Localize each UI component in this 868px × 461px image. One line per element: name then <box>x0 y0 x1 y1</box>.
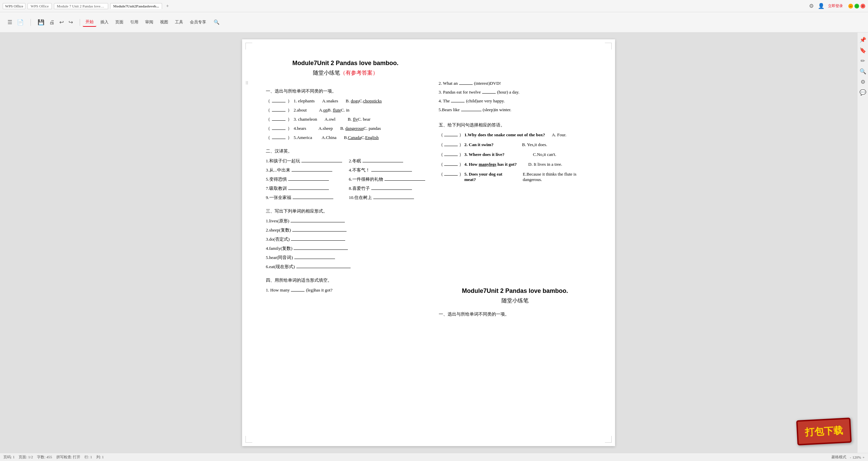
pages-status: 页面: 1/2 <box>19 455 33 460</box>
sidebar-tool-2[interactable]: 🔖 <box>859 46 867 54</box>
top-right-controls: ⚙ 👤 立即登录 ─ □ × <box>808 2 865 10</box>
sidebar-tool-3[interactable]: ✏ <box>860 57 866 65</box>
corner-mark-br <box>605 436 612 443</box>
trans-8: 8.喜爱竹子 <box>349 185 425 192</box>
top-bar: WPS Office WPS Office Module 7 Unit 2 Pa… <box>0 0 868 12</box>
layout-mode: 菱格模式 <box>831 455 846 460</box>
zoom-out-button[interactable]: - <box>850 455 851 459</box>
fill-2: 2. What an (interest)DVD! <box>439 80 592 86</box>
section2-title: 二、汉译英。 <box>266 148 425 154</box>
quick-access-toolbar: 💾 🖨 ↩ ↪ <box>34 18 77 26</box>
zoom-level: 120% <box>852 455 861 459</box>
page-status: 页码: 1 <box>3 455 15 460</box>
trans-2: 2.冬眠 <box>349 158 425 164</box>
section5-title: 五、给下列问句选择相应的答语。 <box>439 122 592 128</box>
undo-icon[interactable]: ↩ <box>58 18 65 26</box>
print-icon[interactable]: 🖨 <box>48 19 56 26</box>
new-tab-button[interactable]: + <box>164 3 171 9</box>
corner-mark-tl <box>245 43 252 49</box>
sidebar-tool-5[interactable]: ⚙ <box>860 78 866 86</box>
tab-view[interactable]: 视图 <box>157 18 171 26</box>
tab-wps[interactable]: WPS Office <box>27 3 52 9</box>
corner-mark-tr <box>605 43 612 49</box>
wf-2: 2.sheep(复数) <box>266 227 425 233</box>
tab-reference[interactable]: 引用 <box>127 18 141 26</box>
corner-mark-bl <box>245 436 252 443</box>
trans-1: 1.和孩子们一起玩 <box>266 158 342 164</box>
file-icon[interactable]: 📄 <box>16 18 25 26</box>
ribbon-toolbar: ☰ 📄 💾 🖨 ↩ ↪ 开始 插入 页面 引用 审阅 视图 工具 会员专享 🔍 <box>0 12 868 33</box>
section1-title: 一、选出与所给单词不同类的一项。 <box>266 88 425 94</box>
tab-insert[interactable]: 插入 <box>98 18 111 26</box>
line-status: 行: 1 <box>84 455 92 460</box>
redo-icon[interactable]: ↪ <box>67 18 74 26</box>
save-icon[interactable]: 💾 <box>36 18 46 26</box>
settings-icon[interactable]: ⚙ <box>808 2 814 10</box>
content-area: ⁞⁞ Module7Unit 2 Pandas love bamboo. 随堂小… <box>0 33 857 453</box>
user-icon[interactable]: 👤 <box>817 2 825 10</box>
q1-2: （ ） 2.about A.onB. fluteC. in <box>266 107 425 113</box>
page2-subtitle: 随堂小练笔 <box>439 297 592 304</box>
sidebar-tool-4[interactable]: 🔍 <box>859 67 867 75</box>
trans-3: 3.从...中出来 <box>266 167 342 173</box>
toolbar-file-icons: ☰ 📄 <box>3 18 28 26</box>
doc-subtitle: 随堂小练笔（有参考答案） <box>266 69 425 77</box>
fill-4: 4. The (child)are very happy. <box>439 98 592 104</box>
wf-5: 5.hear(同音词) <box>266 254 425 261</box>
register-button[interactable]: 立即登录 <box>828 3 843 8</box>
right-sidebar: 📌 🔖 ✏ 🔍 ⚙ 💬 <box>857 33 868 453</box>
trans-9: 9.一张全家福 <box>266 194 342 201</box>
document-page-1: ⁞⁞ Module7Unit 2 Pandas love bamboo. 随堂小… <box>242 39 615 446</box>
trans-7: 7.吸取教训 <box>266 185 342 192</box>
zoom-control[interactable]: - 120% + <box>850 455 865 459</box>
tab-doc2[interactable]: Module7Unit2Pandasloveb... <box>110 3 162 9</box>
q1-3: （ ） 3. chameleon A.owl B. flyC. bear <box>266 116 425 122</box>
minimize-button[interactable]: ─ <box>848 4 853 8</box>
ribbon-divider-1 <box>31 19 31 26</box>
q1-4: （ ） 4.bears A.sheep B. dangerousC. panda… <box>266 125 425 132</box>
tab-doc1[interactable]: Module 7 Unit 2 Pandas love bam... <box>54 3 108 9</box>
window-controls: ─ □ × <box>848 4 865 8</box>
section3-title: 三、写出下列单词的相应形式。 <box>266 208 425 214</box>
tab-page[interactable]: 页面 <box>113 18 126 26</box>
drag-handle[interactable]: ⁞⁞ <box>245 80 248 86</box>
words-status: 字数: 455 <box>37 455 52 460</box>
tab-review[interactable]: 审阅 <box>142 18 156 26</box>
tab-tools[interactable]: 工具 <box>172 18 186 26</box>
page2-preview: Module7Unit 2 Pandas love bamboo. 随堂小练笔 … <box>439 186 592 321</box>
spell-status: 拼写检查: 打开 <box>56 455 81 460</box>
download-stamp[interactable]: 打包下载 <box>796 418 852 445</box>
zoom-in-button[interactable]: + <box>863 455 865 459</box>
sidebar-tool-6[interactable]: 💬 <box>859 88 867 96</box>
fill-1: 1. How many (leg)has it got? <box>266 287 425 293</box>
q1-1: （ ） 1. elephants A.snakes B. dogsC.chops… <box>266 98 425 104</box>
tab-member[interactable]: 会员专享 <box>187 18 209 26</box>
match-5: （ ） 5. Does your dog eat meat? E.Because… <box>439 171 592 182</box>
fill-3: 3. Pandas eat for twelve (hour) a day. <box>439 89 592 95</box>
sidebar-tool-1[interactable]: 📌 <box>859 36 867 44</box>
col-status: 列: 1 <box>96 455 104 460</box>
status-bar: 页码: 1 页面: 1/2 字数: 455 拼写检查: 打开 行: 1 列: 1… <box>0 453 868 461</box>
wf-6: 6.eat(现在形式) <box>266 263 425 270</box>
wf-4: 4.family(复数) <box>266 245 425 252</box>
page2-title: Module7Unit 2 Pandas love bamboo. <box>439 287 592 295</box>
doc-title: Module7Unit 2 Pandas love bamboo. <box>266 60 425 67</box>
wf-3: 3.do(否定式) <box>266 236 425 242</box>
wps-logo: WPS Office <box>3 3 25 9</box>
match-1: （ ） 1.Why does the snake come out of the… <box>439 132 592 138</box>
match-2: （ ） 2. Can it swim? B. Yes,it does. <box>439 141 592 148</box>
match-3: （ ） 3. Where does it live? C.No,it can't… <box>439 151 592 158</box>
tab-home[interactable]: 开始 <box>83 18 96 27</box>
trans-5: 5.变得恐惧 <box>266 176 342 182</box>
menu-icon[interactable]: ☰ <box>6 18 14 26</box>
maximize-button[interactable]: □ <box>854 4 859 8</box>
page-two-col: Module7Unit 2 Pandas love bamboo. 随堂小练笔（… <box>266 60 591 321</box>
match-4: （ ） 4. How manylegs has it got? D. It li… <box>439 161 592 167</box>
page2-section1: 一、选出与所给单词不同类的一项。 <box>439 311 592 317</box>
trans-10: 10.住在树上 <box>349 194 425 201</box>
search-icon[interactable]: 🔍 <box>214 19 219 25</box>
fill-5: 5.Bears like (sleep)in winter. <box>439 106 592 113</box>
q1-5: （ ） 5.America A.China B.CanadaC.English <box>266 134 425 141</box>
col-left: Module7Unit 2 Pandas love bamboo. 随堂小练笔（… <box>266 60 425 321</box>
close-button[interactable]: × <box>861 4 865 8</box>
